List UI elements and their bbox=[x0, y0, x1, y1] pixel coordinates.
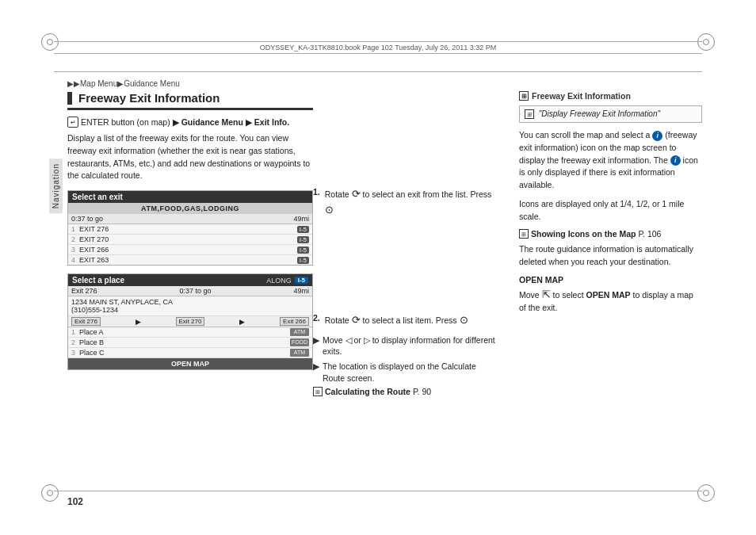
enter-icon: ↵ bbox=[67, 117, 78, 128]
note-text: "Display Freeway Exit Information" bbox=[539, 109, 660, 118]
screen1-info-left: 0:37 to go bbox=[71, 215, 103, 223]
screen2-exit-label: Exit 276 bbox=[71, 287, 97, 295]
para1-part1: You can scroll the map and select a bbox=[519, 130, 652, 139]
arrow-icon2: ▶ bbox=[246, 117, 252, 127]
screen2-address: 1234 MAIN ST, ANYPLACE, CA (310)555-1234 bbox=[68, 296, 312, 316]
screen2-route-badge: I-5 bbox=[295, 277, 308, 284]
place-name: Place B bbox=[79, 338, 104, 346]
calc-icon: ⊞ bbox=[313, 387, 323, 396]
section-description: Display a list of the freeway exits for … bbox=[67, 132, 313, 182]
step2-content: Rotate ⟳ to select a list item. Press ⊙ bbox=[325, 312, 495, 328]
screen2-address2: (310)555-1234 bbox=[71, 306, 309, 314]
row-num: 3 bbox=[71, 349, 79, 357]
top-divider bbox=[54, 71, 702, 72]
table-row: 4 EXIT 263 I-5 bbox=[68, 255, 312, 265]
row-num: 1 bbox=[71, 328, 79, 336]
enter-label: ENTER button (on map) bbox=[81, 117, 170, 127]
sub-step-1: ▶ Move ◁ or ▷ to display information for… bbox=[313, 334, 495, 357]
info-icon-1: i bbox=[652, 131, 662, 141]
right-section-title: ⊞ Freeway Exit Information bbox=[519, 91, 702, 101]
press-icon: ⊙ bbox=[325, 204, 334, 216]
para3: The route guidance information is automa… bbox=[519, 243, 702, 269]
showing-link: Showing Icons on the Map bbox=[531, 229, 636, 239]
sub-step-2-text: The location is displayed on the Calcula… bbox=[323, 361, 495, 384]
row-badge: I-5 bbox=[297, 257, 309, 264]
list-item: 2 Place B FOOD bbox=[68, 338, 312, 348]
row-num: 4 bbox=[71, 256, 79, 264]
exit-nav-btn1[interactable]: Exit 276 bbox=[71, 317, 101, 326]
arrow-icon: ▶ bbox=[173, 117, 179, 127]
row-text: EXIT 263 bbox=[79, 256, 297, 264]
open-map-bar[interactable]: OPEN MAP bbox=[68, 358, 312, 369]
file-info-bar: ODYSSEY_KA-31TK8810.book Page 102 Tuesda… bbox=[54, 41, 702, 54]
row-num: 2 bbox=[71, 235, 79, 243]
showing-page: P. 106 bbox=[638, 229, 661, 239]
place-name: Place C bbox=[79, 349, 105, 357]
steps-area: 1. Rotate ⟳ to select an exit from the l… bbox=[313, 186, 495, 396]
para2: Icons are displayed only at 1/4, 1/2, or… bbox=[519, 198, 702, 224]
table-row: 3 EXIT 266 I-5 bbox=[68, 245, 312, 255]
row-badge: I-5 bbox=[297, 226, 309, 233]
exit-nav-bar: Exit 276 ▶ Exit 270 ▶ Exit 266 bbox=[68, 316, 312, 327]
main-content: Freeway Exit Information ↵ ENTER button … bbox=[67, 91, 702, 487]
screen1-info-bar: 0:37 to go 49mi bbox=[68, 214, 312, 224]
right-column: ⊞ Freeway Exit Information ⊞ "Display Fr… bbox=[519, 91, 702, 487]
sub-step-1-text: Move ◁ or ▷ to display information for d… bbox=[323, 334, 495, 357]
list-item: 1 Place A ATM bbox=[68, 327, 312, 338]
arrow-icon: ▶ bbox=[313, 334, 319, 357]
screen2-info-left: 0:37 to go bbox=[179, 287, 211, 295]
rotate-icon: ⟳ bbox=[352, 188, 361, 200]
enter-line: ↵ ENTER button (on map) ▶ Guidance Menu … bbox=[67, 117, 313, 128]
place-rows: 1 Place A ATM 2 Place B FOOD 3 Place C A… bbox=[68, 327, 312, 358]
file-info-text: ODYSSEY_KA-31TK8810.book Page 102 Tuesda… bbox=[260, 44, 497, 52]
screen-select-place: Select a place ALONG I-5 Exit 276 0:37 t… bbox=[67, 273, 313, 370]
screen1-title: Select an exit bbox=[68, 191, 312, 203]
showing-icon: ⊞ bbox=[519, 229, 529, 239]
step1-content: Rotate ⟳ to select an exit from the list… bbox=[325, 186, 495, 217]
breadcrumb: ▶▶Map Menu▶Guidance Menu bbox=[67, 79, 180, 88]
move-icon: ⇱ bbox=[542, 289, 551, 300]
right-section-label: Freeway Exit Information bbox=[532, 91, 631, 101]
note-icon: ⊞ bbox=[525, 109, 534, 119]
row-num: 3 bbox=[71, 246, 79, 254]
step-2: 2. Rotate ⟳ to select a list item. Press… bbox=[313, 312, 495, 328]
place-icon-atm2: ATM bbox=[290, 349, 309, 357]
screen1-rows: 1 EXIT 276 I-5 2 EXIT 270 I-5 3 EXIT 266… bbox=[68, 224, 312, 265]
screen2-info-bar: Exit 276 0:37 to go 49mi bbox=[68, 286, 312, 296]
place-icon-atm: ATM bbox=[290, 328, 309, 336]
screen1-subtitle: ATM,FOOD,GAS,LODGING bbox=[68, 203, 312, 214]
place-icon-food: FOOD bbox=[290, 338, 309, 346]
row-text: EXIT 266 bbox=[79, 246, 297, 254]
para1: You can scroll the map and select a i (f… bbox=[519, 129, 702, 192]
screen1-info-right: 49mi bbox=[293, 215, 309, 223]
arrow-icon: ▶ bbox=[313, 361, 319, 384]
calculating-page: P. 90 bbox=[413, 387, 431, 396]
guidance-menu-label: Guidance Menu bbox=[181, 117, 243, 127]
exit-nav-btn2[interactable]: Exit 270 bbox=[176, 317, 205, 326]
calculating-link: Calculating the Route bbox=[325, 387, 410, 396]
open-map-desc: Move ⇱ to select OPEN MAP to display a m… bbox=[519, 287, 702, 315]
step1-num: 1. bbox=[313, 186, 320, 217]
row-text: EXIT 276 bbox=[79, 225, 297, 233]
open-map-title: OPEN MAP bbox=[519, 275, 702, 285]
place-name: Place A bbox=[79, 328, 104, 336]
section-icon: ⊞ bbox=[519, 91, 529, 101]
bottom-divider bbox=[54, 491, 702, 491]
exit-nav-btn3[interactable]: Exit 266 bbox=[280, 317, 309, 326]
left-column: Freeway Exit Information ↵ ENTER button … bbox=[67, 91, 313, 487]
corner-mark-bl bbox=[41, 484, 59, 502]
press-icon2: ⊙ bbox=[460, 314, 468, 326]
exit-nav-arrow2: ▶ bbox=[239, 318, 245, 326]
row-num: 2 bbox=[71, 338, 79, 346]
section-title: Freeway Exit Information bbox=[67, 91, 313, 110]
table-row: 1 EXIT 276 I-5 bbox=[68, 224, 312, 235]
section-title-text: Freeway Exit Information bbox=[78, 91, 220, 105]
step2-num: 2. bbox=[313, 312, 320, 328]
row-text: EXIT 270 bbox=[79, 235, 297, 243]
sub-step-2: ▶ The location is displayed on the Calcu… bbox=[313, 361, 495, 384]
exit-info-label: Exit Info. bbox=[254, 117, 289, 127]
row-badge: I-5 bbox=[297, 246, 309, 254]
screen2-address1: 1234 MAIN ST, ANYPLACE, CA bbox=[71, 298, 309, 306]
showing-icons-link: ⊞ Showing Icons on the Map P. 106 bbox=[519, 229, 702, 239]
list-item: 3 Place C ATM bbox=[68, 348, 312, 358]
